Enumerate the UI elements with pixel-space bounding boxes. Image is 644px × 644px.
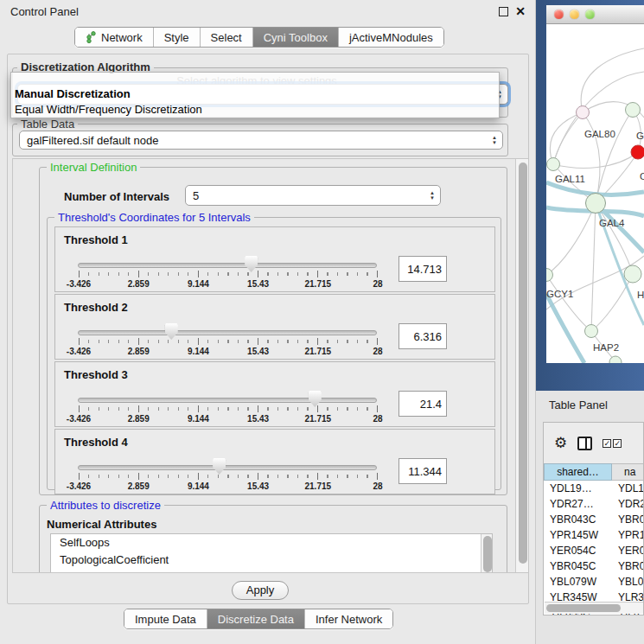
table-row[interactable]: YBR045C YBR0 xyxy=(544,558,644,574)
table-data-combobox[interactable]: galFiltered.sif default node ▲▼ xyxy=(19,131,503,150)
column-header-name[interactable]: na xyxy=(612,463,644,481)
application-root: Control Panel ✕ Network xyxy=(0,0,644,644)
table-hscrollbar-thumb[interactable] xyxy=(546,604,621,612)
network-graph: GAL80 G C GAL11 GAL4 GCY1 H HAP2 xyxy=(546,24,644,363)
tab-style[interactable]: Style xyxy=(153,28,200,47)
tab-impute-data[interactable]: Impute Data xyxy=(124,609,207,628)
tick-labels: -3.426 2.859 9.144 15.43 21.715 28 xyxy=(79,279,378,290)
network-desktop: GAL80 G C GAL11 GAL4 GCY1 H HAP2 xyxy=(536,0,644,391)
table-horizontal-scrollbar[interactable] xyxy=(545,602,644,614)
threshold-3-value-field[interactable]: 21.4 xyxy=(399,391,447,417)
table-panel-title: Table Panel xyxy=(549,399,608,411)
list-scrollbar-thumb[interactable] xyxy=(483,536,492,572)
node-gal80[interactable] xyxy=(577,106,590,119)
tab-infer-network[interactable]: Infer Network xyxy=(304,609,392,628)
node-label: GCY1 xyxy=(546,289,573,299)
attributes-group-title: Attributes to discretize xyxy=(47,499,164,512)
node-attribute-table: shared… na YDL19… YDL1 YDR27… YDR2 YBR04… xyxy=(544,463,644,602)
threshold-2-slider-handle[interactable] xyxy=(165,323,178,340)
minimize-traffic-light-icon[interactable] xyxy=(570,10,579,19)
node-bottom-partial[interactable] xyxy=(609,356,622,363)
attributes-groupbox: Attributes to discretize Numerical Attri… xyxy=(39,505,507,573)
threshold-4-value-field[interactable]: 11.344 xyxy=(399,458,447,484)
list-item[interactable]: SelfLoops xyxy=(51,534,492,552)
network-window-titlebar[interactable] xyxy=(546,5,644,24)
table-row[interactable]: YDL19… YDL1 xyxy=(544,481,644,496)
settings-scrollbar[interactable] xyxy=(515,159,528,572)
table-row[interactable]: YBR043C YBR0 xyxy=(544,512,644,527)
close-traffic-light-icon[interactable] xyxy=(554,10,564,19)
gear-icon[interactable]: ⚙ xyxy=(554,434,567,452)
number-of-intervals-value: 5 xyxy=(193,189,199,202)
threshold-3-slider-handle[interactable] xyxy=(309,391,322,407)
column-header-shared-name[interactable]: shared… xyxy=(544,463,612,481)
close-icon[interactable]: ✕ xyxy=(515,7,526,16)
tick-labels: -3.426 2.859 9.144 15.43 21.715 28 xyxy=(79,414,378,424)
right-column: GAL80 G C GAL11 GAL4 GCY1 H HAP2 Table P… xyxy=(536,0,644,644)
threshold-4-panel: Threshold 4 -3.426 2.859 9.144 15.43 21.… xyxy=(54,429,495,494)
threshold-1-slider-handle[interactable] xyxy=(245,256,258,272)
popup-item-equal-width-frequency[interactable]: Equal Width/Frequency Discretization xyxy=(11,102,499,118)
node-label: G xyxy=(636,131,644,141)
checkbox-checked-icon[interactable]: ✓ xyxy=(613,439,622,448)
list-item[interactable]: TopologicalCoefficient xyxy=(51,552,492,569)
node-label: GAL4 xyxy=(599,218,625,228)
threshold-2-value-field[interactable]: 6.316 xyxy=(399,323,447,349)
table-row[interactable]: YER054C YER0 xyxy=(544,543,644,558)
apply-button[interactable]: Apply xyxy=(232,581,289,600)
tab-discretize-data[interactable]: Discretize Data xyxy=(207,609,304,628)
number-of-intervals-combobox[interactable]: 5 ▲▼ xyxy=(185,185,441,206)
tab-network[interactable]: Network xyxy=(75,28,153,47)
node-highlighted-red[interactable] xyxy=(631,145,644,159)
tick-marks xyxy=(79,475,378,478)
node-label: GAL80 xyxy=(584,129,615,139)
numerical-attributes-list: SelfLoops TopologicalCoefficient Between… xyxy=(50,533,493,573)
tab-jactivemnodules[interactable]: jActiveMNodules xyxy=(338,28,443,47)
interval-definition-title: Interval Definition xyxy=(47,161,140,174)
bottom-tabbar: Impute Data Discretize Data Infer Networ… xyxy=(124,609,393,629)
settings-scroll-area: Interval Definition Number of Intervals … xyxy=(12,158,529,573)
popup-item-manual-discretization[interactable]: Manual Discretization xyxy=(11,86,499,102)
threshold-4-slider-handle[interactable] xyxy=(213,458,226,475)
node-hap2[interactable] xyxy=(585,325,598,338)
table-row[interactable]: YBL079W YBL0 xyxy=(544,574,644,590)
table-panel-toolbar: ⚙ ✓ ✓ xyxy=(544,423,644,463)
control-panel-title: Control Panel xyxy=(10,5,79,18)
control-panel-titlebar: Control Panel ✕ xyxy=(0,0,536,22)
float-window-icon[interactable] xyxy=(499,7,508,16)
maximize-traffic-light-icon[interactable] xyxy=(585,10,595,19)
interval-definition-groupbox: Interval Definition Number of Intervals … xyxy=(39,167,507,495)
table-data-value: galFiltered.sif default node xyxy=(27,134,158,147)
table-row[interactable]: YDR27… YDR2 xyxy=(544,496,644,512)
tick-marks xyxy=(79,340,378,343)
threshold-1-panel: Threshold 1 -3.426 2.859 9.144 15.43 21.… xyxy=(54,226,495,292)
threshold-1-slider-track[interactable] xyxy=(78,263,377,268)
thresholds-groupbox: Threshold's Coordinates for 5 Intervals … xyxy=(47,217,501,490)
checkbox-checked-icon[interactable]: ✓ xyxy=(603,439,611,448)
list-scrollbar[interactable] xyxy=(481,534,492,573)
node-top-right[interactable] xyxy=(626,103,641,118)
network-view-canvas[interactable]: GAL80 G C GAL11 GAL4 GCY1 H HAP2 xyxy=(546,24,644,363)
threshold-2-panel: Threshold 2 -3.426 2.859 9.144 15.43 21.… xyxy=(54,294,495,360)
threshold-1-value-field[interactable]: 14.713 xyxy=(399,256,447,282)
tab-cyni-toolbox[interactable]: Cyni Toolbox xyxy=(252,28,338,47)
table-row[interactable]: YPR145W YPR1 xyxy=(544,527,644,543)
control-panel-window: Control Panel ✕ Network xyxy=(0,0,536,644)
column-layout-icon[interactable] xyxy=(577,437,592,450)
threshold-2-slider-track[interactable] xyxy=(78,330,377,335)
table-panel: ⚙ ✓ ✓ shared… na YDL19… YDL1 YDR27… xyxy=(543,422,644,615)
node-gal4[interactable] xyxy=(586,194,606,214)
number-of-intervals-label: Number of Intervals xyxy=(64,190,169,203)
node-gal11[interactable] xyxy=(547,158,560,171)
threshold-3-slider-track[interactable] xyxy=(78,398,377,403)
node-right-mid[interactable] xyxy=(624,265,641,283)
tick-labels: -3.426 2.859 9.144 15.43 21.715 28 xyxy=(79,481,378,492)
list-item[interactable]: BetweennessCentrality xyxy=(51,569,492,573)
threshold-3-panel: Threshold 3 -3.426 2.859 9.144 15.43 21.… xyxy=(54,361,495,427)
threshold-4-slider-track[interactable] xyxy=(78,465,377,470)
tick-marks xyxy=(79,272,378,276)
combo-arrows-icon: ▲▼ xyxy=(424,191,440,201)
tab-select[interactable]: Select xyxy=(200,28,252,47)
threshold-1-label: Threshold 1 xyxy=(64,233,128,246)
settings-scrollbar-thumb[interactable] xyxy=(519,163,527,564)
